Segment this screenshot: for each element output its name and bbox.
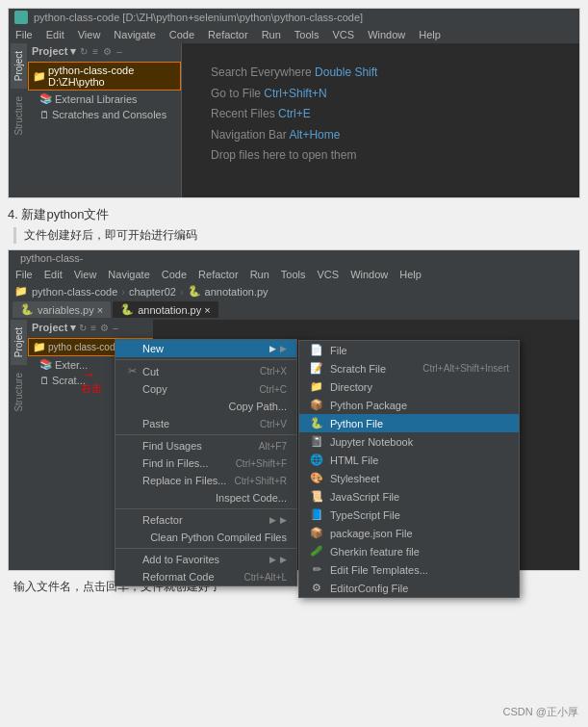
shortcut-1: Double Shift (315, 65, 377, 79)
sub-html[interactable]: 🌐 HTML File (299, 451, 519, 469)
ctx-inspect[interactable]: Inspect Code... (115, 489, 296, 506)
project-side-tab[interactable]: Project (11, 43, 27, 89)
menu-refactor[interactable]: Refactor (205, 28, 251, 41)
menu2-window[interactable]: Window (347, 268, 391, 281)
sub-scratch[interactable]: 📝 Scratch File Ctrl+Alt+Shift+Insert (299, 359, 519, 377)
bottom-project-tab[interactable]: Project (11, 320, 27, 365)
menu2-edit[interactable]: Edit (41, 268, 65, 281)
sub-stylesheet[interactable]: 🎨 Stylesheet (299, 469, 519, 487)
menu-window[interactable]: Window (365, 28, 408, 41)
ctx-copy-path[interactable]: Copy Path... (115, 398, 296, 415)
ctx-clean[interactable]: Clean Python Compiled Files (115, 529, 296, 546)
ctx-copy[interactable]: Copy Ctrl+C (115, 380, 296, 398)
menu2-run[interactable]: Run (247, 268, 272, 281)
sub-js-icon: 📜 (309, 490, 324, 503)
bottom-toolbar-i4[interactable]: – (112, 322, 119, 334)
ctx-replace[interactable]: Replace in Files... Ctrl+Shift+R (115, 472, 296, 489)
toolbar-icon1[interactable]: ↻ (79, 45, 89, 58)
hint-3: Recent Files Ctrl+E (211, 104, 311, 125)
ctx-find-usages[interactable]: Find Usages Alt+F7 (115, 437, 296, 454)
menu-file[interactable]: File (13, 28, 36, 41)
sub-js[interactable]: 📜 JavaScript File (299, 487, 519, 506)
sub-ts[interactable]: 📘 TypeScript File (299, 506, 519, 524)
menu2-tools[interactable]: Tools (278, 268, 309, 281)
sub-js-label: JavaScript File (330, 491, 399, 503)
menu-tools[interactable]: Tools (292, 28, 322, 41)
menu-view[interactable]: View (75, 28, 104, 41)
folder-icon: 📁 (33, 70, 46, 83)
breadcrumb-root[interactable]: python-class-code (32, 286, 117, 298)
breadcrumb-folder-icon: 📁 (14, 285, 28, 298)
ctx-new[interactable]: New ▶ (115, 340, 296, 357)
project-tree: 📁 python-class-code D:\ZH\pytho 📚 Extern… (28, 60, 181, 124)
sub-edit-templates[interactable]: ✏ Edit File Templates... (299, 560, 519, 579)
toolbar-icon4[interactable]: – (115, 45, 123, 58)
sub-python-file-label: Python File (330, 418, 383, 429)
bottom-left-tabs: Project Structure (9, 320, 28, 570)
menu-edit[interactable]: Edit (43, 28, 67, 41)
ctx-paste[interactable]: Paste Ctrl+V (115, 415, 296, 432)
ctx-find-files[interactable]: Find in Files... Ctrl+Shift+F (115, 454, 296, 472)
menu2-help[interactable]: Help (396, 268, 424, 281)
breadcrumb-file[interactable]: annotation.py (205, 286, 268, 298)
menu-code[interactable]: Code (166, 28, 197, 41)
menu-navigate[interactable]: Navigate (111, 28, 158, 41)
csdn-badge: CSDN @正小厚 (503, 705, 578, 719)
sub-python-package[interactable]: 📦 Python Package (299, 396, 519, 414)
breadcrumb-chapter[interactable]: chapter02 (129, 286, 176, 298)
bottom-title-text: python-class- (20, 252, 83, 264)
menu2-refactor[interactable]: Refactor (195, 268, 242, 281)
menu-vcs[interactable]: VCS (330, 28, 358, 41)
tree-external-libs[interactable]: 📚 External Libraries (28, 91, 181, 107)
tab-annotation-icon: 🐍 (120, 303, 134, 316)
top-main-content: Search Everywhere Double Shift Go to Fil… (182, 43, 579, 197)
ctx-copy-path-label: Copy Path... (228, 401, 287, 412)
bottom-toolbar-i1[interactable]: ↻ (78, 322, 88, 334)
sub-python-file-icon: 🐍 (309, 417, 324, 429)
tab-variables[interactable]: 🐍 variables.py × (13, 301, 111, 318)
menu2-vcs[interactable]: VCS (315, 268, 343, 281)
bottom-root-icon: 📁 (33, 341, 46, 353)
ctx-cut[interactable]: ✂ Cut Ctrl+X (115, 362, 296, 380)
bottom-structure-tab[interactable]: Structure (11, 365, 27, 420)
sub-gherkin[interactable]: 🥒 Gherkin feature file (299, 542, 519, 560)
desc-1: 文件创建好后，即可开始进行编码 (13, 227, 580, 244)
menu2-view[interactable]: View (71, 268, 100, 281)
sub-directory[interactable]: 📁 Directory (299, 377, 519, 396)
sub-editor-config[interactable]: ⚙ EditorConfig File (299, 579, 519, 597)
tree-external-label: External Libraries (55, 93, 138, 105)
menu2-file[interactable]: File (13, 268, 36, 281)
ctx-favorites-label: Add to Favorites (142, 554, 219, 565)
menu2-code[interactable]: Code (159, 268, 190, 281)
toolbar-icon2[interactable]: ≡ (91, 45, 99, 58)
section-4-label: 4. 新建python文件 (8, 206, 580, 223)
ctx-reformat-shortcut: Ctrl+Alt+L (244, 572, 287, 583)
menu-help[interactable]: Help (416, 28, 444, 41)
sub-python-package-icon: 📦 (309, 399, 324, 411)
ctx-refactor[interactable]: Refactor ▶ (115, 511, 296, 529)
sub-scratch-label: Scratch File (330, 363, 386, 375)
top-menu-bar: File Edit View Navigate Code Refactor Ru… (9, 26, 579, 43)
tab-annotation[interactable]: 🐍 annotation.py × (113, 301, 218, 318)
right-click-label: 右击 (81, 381, 102, 396)
ctx-find-files-label: Find in Files... (142, 457, 208, 469)
ctx-clean-label: Clean Python Compiled Files (150, 532, 287, 543)
toolbar-icon3[interactable]: ⚙ (102, 45, 113, 58)
sub-jupyter-label: Jupyter Notebook (330, 436, 413, 448)
menu2-navigate[interactable]: Navigate (105, 268, 152, 281)
ctx-paste-shortcut: Ctrl+V (260, 419, 287, 429)
tree-root[interactable]: 📁 python-class-code D:\ZH\pytho (28, 62, 181, 91)
menu-run[interactable]: Run (259, 28, 284, 41)
breadcrumb-bar: 📁 python-class-code › chapter02 › 🐍 anno… (9, 283, 579, 299)
submenu: 📄 File 📝 Scratch File Ctrl+Alt+Shift+Ins… (298, 340, 520, 598)
sub-package-json[interactable]: 📦 package.json File (299, 524, 519, 542)
sub-python-file[interactable]: 🐍 Python File (299, 414, 519, 432)
structure-side-tab[interactable]: Structure (11, 89, 27, 143)
sub-file[interactable]: 📄 File (299, 341, 519, 359)
ctx-reformat[interactable]: Reformat Code Ctrl+Alt+L (115, 568, 296, 585)
bottom-toolbar-i2[interactable]: ≡ (89, 322, 97, 334)
sub-jupyter[interactable]: 📓 Jupyter Notebook (299, 432, 519, 451)
tree-scratches[interactable]: 🗒 Scratches and Consoles (28, 107, 181, 122)
bottom-toolbar-i3[interactable]: ⚙ (99, 322, 110, 334)
ctx-favorites[interactable]: Add to Favorites ▶ (115, 551, 296, 568)
